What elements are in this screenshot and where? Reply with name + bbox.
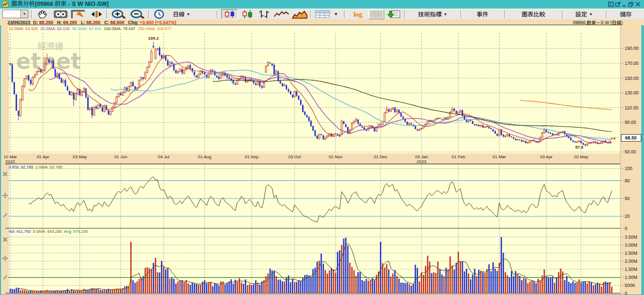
one-window-button[interactable] <box>608 2 614 7</box>
history-clock-button[interactable] <box>152 9 166 19</box>
rsi-close-icon[interactable] <box>2 171 8 177</box>
close-value: 68.500 <box>111 20 125 25</box>
grid-layout-button[interactable] <box>314 9 331 19</box>
mountain-chart-icon <box>292 10 308 19</box>
symbol-combobox[interactable]: ▼ <box>2 10 28 18</box>
volume-move-icon[interactable] <box>2 255 8 261</box>
instrument-label: 09866 S W () <box>573 20 623 25</box>
pan-hand-button[interactable] <box>34 9 50 19</box>
low-label: L: <box>81 20 85 25</box>
popout-window-button[interactable] <box>615 2 621 7</box>
dropdown-arrow-icon: ▼ <box>589 12 593 16</box>
menu-chart-compare[interactable] <box>506 9 561 19</box>
rsi-edit-icon[interactable] <box>2 212 8 218</box>
dropdown-arrow-icon: ▼ <box>23 12 26 16</box>
menu-save[interactable] <box>607 9 644 19</box>
chart-type-candle-colored-button[interactable] <box>240 9 255 19</box>
chart-type-candlestick-button[interactable] <box>221 9 238 19</box>
high-value: 69.200 <box>63 20 77 25</box>
legend-item: Vol: 411,790 <box>9 229 31 234</box>
ohlc-bars-icon <box>258 10 270 19</box>
grid-icon <box>315 10 330 18</box>
marker-flag-button[interactable] <box>70 9 86 19</box>
close-button[interactable] <box>635 2 641 7</box>
toolbar-separator <box>310 10 311 18</box>
close-label: C: <box>104 20 109 25</box>
legend-item: 5-SMA: 643,280 <box>33 229 62 234</box>
watermark-latin: etnet <box>16 49 81 73</box>
legend-item: 9 RSI: 62.785 <box>9 165 33 169</box>
compress-expand-button[interactable] <box>89 9 104 19</box>
grid-layout-dropdown-arrow[interactable]: ▼ <box>332 9 340 19</box>
rsi-panel-plot[interactable] <box>8 164 620 228</box>
rsi-legend: 9 RSI: 62.7851-SMA: 62.785 <box>9 165 64 169</box>
title-bar[interactable]: [09866 - S W NIO-SW] <box>0 0 644 9</box>
compress-expand-icon <box>90 11 104 18</box>
bottom-strip <box>1 293 641 294</box>
app-icon <box>2 1 9 8</box>
zoom-in-icon <box>111 10 127 19</box>
chart-type-ohlc-bars-button[interactable] <box>257 9 271 19</box>
legend-item: 250-SMA: 108.577 <box>138 26 172 31</box>
chart-analysis-window: [09866 - S W NIO-SW] ▼ <box>0 0 644 295</box>
chart-type-line-button[interactable] <box>273 9 290 19</box>
legend-item: 1-SMA: 62.785 <box>35 165 62 169</box>
high-label: H: <box>57 20 62 25</box>
menu-events[interactable] <box>462 9 503 19</box>
legend-item: 100-SMA: 75.437 <box>104 26 135 31</box>
minimize-button[interactable] <box>621 2 627 7</box>
date-axis-strip <box>1 153 641 164</box>
zoom-in-button[interactable] <box>110 9 127 19</box>
toolbar-separator <box>106 10 107 18</box>
zoom-out-button[interactable] <box>129 9 146 19</box>
chart-type-mountain-button[interactable] <box>291 9 308 19</box>
clock-icon <box>154 10 164 19</box>
crosshair-view-button[interactable] <box>53 9 68 19</box>
data-table-button-disabled <box>368 9 384 19</box>
data-table-icon <box>370 11 382 18</box>
quote-bar: 23/05/2023 O: 68.250 H: 69.200 L: 68.200… <box>0 19 644 25</box>
toolbar: ▼ <box>0 9 644 20</box>
dropdown-arrow-icon: ▼ <box>187 12 191 16</box>
sma-legend: 10-SMA: 63.92520-SMA: 63.12850-SMA: 67.9… <box>9 26 174 31</box>
combo-dropdown-button[interactable]: ▼ <box>20 10 28 18</box>
open-value: 68.250 <box>39 20 53 25</box>
volume-close-icon[interactable] <box>2 237 8 242</box>
window-title: [09866 - S W NIO-SW] <box>11 1 109 7</box>
open-label: O: <box>33 20 38 25</box>
main-chart-plot[interactable] <box>8 25 620 153</box>
chg-value: +3.600 (+5.547%) <box>140 20 176 25</box>
legend-item: 20-SMA: 63.128 <box>40 26 69 31</box>
rsi-move-icon[interactable] <box>2 193 8 198</box>
menu-settings[interactable]: ▼ <box>563 9 605 19</box>
zoom-out-icon <box>129 10 145 19</box>
menu-technical-indicators[interactable]: ▼ <box>406 9 459 19</box>
legend-item: 50-SMA: 67.924 <box>72 26 101 31</box>
toolbar-separator <box>31 10 32 18</box>
volume-edit-icon[interactable] <box>2 275 8 281</box>
quote-date: 23/05/2023 <box>8 20 31 25</box>
hand-icon <box>36 10 49 19</box>
toolbar-separator <box>344 10 345 18</box>
volume-panel-plot[interactable] <box>8 228 620 293</box>
candle-colored-icon <box>241 10 254 19</box>
export-image-button[interactable] <box>386 9 402 19</box>
legend-item: 10-SMA: 63.925 <box>9 26 38 31</box>
toolbar-separator <box>404 10 405 18</box>
volume-legend: Vol: 411,7905-SMA: 643,280Avg: 979,239 <box>9 229 90 234</box>
low-value: 68.200 <box>86 20 100 25</box>
price-axis-gutter <box>620 25 641 293</box>
candlestick-icon <box>223 10 236 18</box>
toolbar-separator <box>148 10 149 18</box>
log-scale-button[interactable]: log <box>349 9 367 19</box>
restore-button[interactable] <box>628 2 634 7</box>
marker-flag-icon <box>70 10 86 19</box>
line-chart-icon <box>274 10 289 18</box>
chart-line-icon <box>3 2 8 7</box>
interval-select[interactable]: ▼ <box>170 9 193 19</box>
export-image-icon <box>387 10 401 19</box>
crosshair-view-icon <box>54 10 68 18</box>
chg-label: Chg: <box>128 20 138 25</box>
dropdown-arrow-icon: ▼ <box>444 12 448 16</box>
current-price-box: 68.50 <box>621 134 641 142</box>
